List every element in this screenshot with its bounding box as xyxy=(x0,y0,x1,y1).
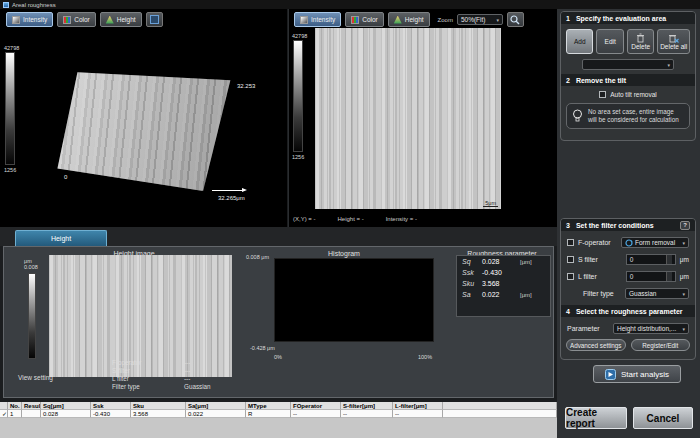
cell-no: 1 xyxy=(8,410,22,418)
scalebar-label: 5μm xyxy=(483,200,498,207)
status-intensity-label: Intensity xyxy=(386,216,408,222)
cell-mtype: R xyxy=(246,410,291,418)
intensity-button-2d[interactable]: Intensity xyxy=(294,12,341,27)
delete-label: Delete xyxy=(631,43,650,50)
parameter-row: Parameter Height distribution,... ▾ xyxy=(561,323,695,334)
s-filter-checkbox[interactable] xyxy=(567,256,574,263)
histogram-title: Histogram xyxy=(259,250,429,257)
f-operator-checkbox[interactable] xyxy=(567,239,574,246)
edit-button[interactable]: Edit xyxy=(596,29,623,54)
section2-title: Remove the tilt xyxy=(576,77,626,84)
cell-sq: 0.028 xyxy=(41,410,91,418)
cell-sa: 0.022 xyxy=(186,410,246,418)
filter-type-value: Guassian xyxy=(629,290,656,297)
x-axis-arrow-head xyxy=(242,188,247,192)
evaluation-area-select[interactable]: ▾ xyxy=(582,59,674,70)
results-table: No. Result Sq[μm] Ssk Sku Sa[μm] MType F… xyxy=(0,402,557,418)
filter-type-row: Filter type Guassian ▾ xyxy=(561,288,695,299)
l-filter-value: 0 xyxy=(630,273,634,280)
histogram-left-label: 0% xyxy=(274,354,282,360)
intensity-2d-image[interactable]: 5μm xyxy=(315,28,501,209)
vs-name: S filter xyxy=(112,367,184,375)
auto-tilt-checkbox[interactable] xyxy=(599,91,606,98)
section2-number: 2 xyxy=(566,77,570,84)
trash-all-icon xyxy=(668,33,679,43)
param-name: Sa xyxy=(462,291,482,298)
f-operator-value: Form removal xyxy=(635,239,675,246)
roughness-parameter-box: Sq 0.028 [μm] Ssk -0.430 Sku 3.568 Sa 0.… xyxy=(456,255,551,317)
vs-row-l-filter: L filter --- xyxy=(112,375,211,383)
vs-row-filter-type: Filter type Guassian xyxy=(112,383,211,391)
start-analysis-icon xyxy=(605,369,616,380)
filter-type-select[interactable]: Guassian ▾ xyxy=(625,288,689,299)
l-filter-input[interactable]: 0 xyxy=(626,271,676,282)
height-button[interactable]: Height xyxy=(100,12,142,27)
spinner-icon[interactable] xyxy=(666,255,672,264)
edit-label: Edit xyxy=(605,38,616,45)
l-filter-checkbox[interactable] xyxy=(567,273,574,280)
color-button[interactable]: Color xyxy=(57,12,96,27)
col-foperator: FOperator xyxy=(291,402,341,410)
3d-view-button[interactable] xyxy=(146,12,163,27)
tab-height[interactable]: Height xyxy=(15,230,107,246)
window-title: Areal roughness xyxy=(12,2,56,8)
param-value: 0.028 xyxy=(482,258,520,265)
viewer-3d-toolbar: Intensity Color Height xyxy=(6,12,163,27)
register-edit-button[interactable]: Register/Edit xyxy=(631,339,691,351)
color-button-2d[interactable]: Color xyxy=(345,12,384,27)
color-scale-bar-2d xyxy=(293,40,303,152)
add-label: Add xyxy=(574,38,586,45)
spinner-icon[interactable] xyxy=(666,272,672,281)
start-analysis-label: Start analysis xyxy=(621,370,669,379)
start-analysis-button[interactable]: Start analysis xyxy=(593,365,681,383)
param-name: Ssk xyxy=(462,269,482,276)
cancel-label: Cancel xyxy=(647,413,680,424)
table-footer-strip xyxy=(0,418,557,438)
vs-name: F-operator xyxy=(112,359,184,367)
evaluation-area-panel: 1 Specify the evaluation area Add Edit D… xyxy=(560,11,696,141)
vs-value: --- xyxy=(184,359,190,367)
histogram-plot[interactable] xyxy=(274,258,434,342)
s-filter-input[interactable]: 0 xyxy=(626,254,676,265)
zoom-select[interactable]: 50%(Fit) ▾ xyxy=(457,14,503,25)
vs-value: Guassian xyxy=(184,383,211,391)
cell-l-filter: -- xyxy=(393,410,443,418)
param-unit: [μm] xyxy=(520,259,532,265)
viewer-3d: Intensity Color Height 42798 1256 32.253… xyxy=(0,9,287,227)
height-icon xyxy=(106,16,114,24)
height-button-2d[interactable]: Height xyxy=(388,12,430,27)
cell-foperator: -- xyxy=(291,410,341,418)
form-removal-icon xyxy=(625,239,633,247)
scale-max-label-2d: 42798 xyxy=(292,33,307,39)
result-tabs-row: Height xyxy=(0,227,557,246)
mini-scale-labels: μm 0.008 xyxy=(24,258,38,270)
advanced-settings-button[interactable]: Advanced settings xyxy=(566,339,626,351)
roughness-row-sq: Sq 0.028 [μm] xyxy=(457,256,550,267)
parameter-select[interactable]: Height distribution,... ▾ xyxy=(613,323,689,334)
delete-all-button[interactable]: Delete all xyxy=(657,29,690,54)
vs-name: Filter type xyxy=(112,383,184,391)
header-check-cell xyxy=(0,402,8,410)
f-operator-select[interactable]: Form removal ▾ xyxy=(621,237,689,248)
row-checkbox[interactable]: ✓ xyxy=(2,411,7,417)
magnifier-button[interactable] xyxy=(507,12,524,27)
help-button[interactable]: ? xyxy=(680,221,690,230)
chevron-down-icon: ▾ xyxy=(667,62,670,68)
delete-button[interactable]: Delete xyxy=(627,29,654,54)
height-analysis-panel: Height image Histogram Roughness paramet… xyxy=(3,246,554,398)
create-report-button[interactable]: Create report xyxy=(565,407,627,429)
surface-3d-image[interactable] xyxy=(52,63,234,195)
mini-color-scale-bar xyxy=(28,273,36,359)
cancel-button[interactable]: Cancel xyxy=(633,407,693,429)
section4-header: 4 Select the roughness parameter xyxy=(561,305,695,317)
table-row[interactable]: ✓ 1 0.028 -0.430 3.568 0.022 R -- -- -- xyxy=(0,410,557,418)
f-operator-row: F-operator Form removal ▾ xyxy=(561,237,695,248)
add-button[interactable]: Add xyxy=(566,29,593,54)
cell-s-filter: -- xyxy=(341,410,393,418)
scale-max-label: 42798 xyxy=(4,45,19,51)
viewer-2d-toolbar: Intensity Color Height Zoom 50%(Fit) ▾ xyxy=(294,12,524,27)
intensity-button[interactable]: Intensity xyxy=(6,12,53,27)
col-empty xyxy=(443,402,557,410)
section4-title: Select the roughness parameter xyxy=(576,308,683,315)
roughness-row-sa: Sa 0.022 [μm] xyxy=(457,289,550,300)
